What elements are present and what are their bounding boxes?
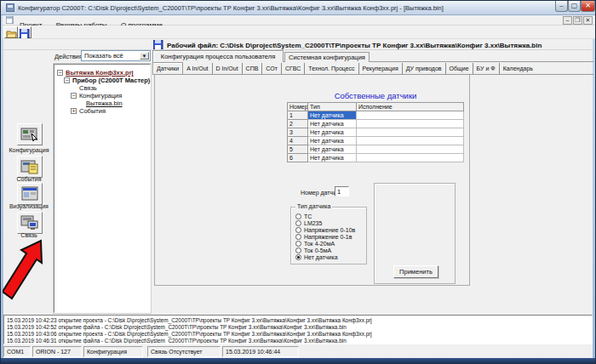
- radio-icon[interactable]: [295, 227, 301, 233]
- radio-icon[interactable]: [295, 213, 301, 219]
- mdi-document-icon: [6, 16, 14, 24]
- col-header-type[interactable]: Тип: [308, 103, 357, 111]
- sidebar-button-configuration[interactable]: [17, 123, 43, 145]
- radio-option-lm235[interactable]: LM235: [295, 220, 322, 227]
- actions-combobox[interactable]: Показать всё ▼: [81, 50, 151, 61]
- cell-type[interactable]: Нет датчика: [308, 145, 357, 154]
- cell-number[interactable]: 2: [288, 120, 308, 128]
- sidebar-button-link[interactable]: [17, 212, 43, 234]
- cell-execution[interactable]: [357, 154, 464, 162]
- tab-recuperation[interactable]: Рекуперация: [359, 63, 403, 74]
- cell-execution[interactable]: [357, 137, 464, 145]
- tree-expand-icon[interactable]: [64, 77, 70, 83]
- radio-option-no-sensor[interactable]: Нет датчика: [295, 254, 338, 261]
- log-line: 15.03.2019 10:46:31 открытие файла - C:\…: [7, 338, 589, 344]
- tab-a-in-out[interactable]: A In/Out: [183, 63, 212, 74]
- tab-user-process-configuration[interactable]: Конфигурация процесса пользователя: [152, 50, 284, 62]
- tab-common[interactable]: Общие: [446, 63, 473, 74]
- log-line: 15.03.2019 10:43:06 открытие проекта - C…: [7, 331, 589, 338]
- cell-type[interactable]: Нет датчика: [308, 128, 357, 137]
- log-line: 15.03.2019 10:42:52 открытие файла - C:\…: [7, 324, 589, 331]
- configuration-icon: [20, 127, 39, 142]
- radio-option-voltage-0-1v[interactable]: Напряжение 0-1в: [295, 234, 352, 241]
- mdi-restore-button[interactable]: ❐: [573, 16, 582, 25]
- tab-system-configuration[interactable]: Системная конфигурация: [284, 52, 370, 62]
- col-header-number[interactable]: Номер: [288, 103, 308, 111]
- tab-sensors[interactable]: Датчики: [152, 62, 183, 74]
- tree-expand-icon[interactable]: [71, 108, 77, 114]
- workfile-save-icon[interactable]: [153, 40, 163, 49]
- sensors-table[interactable]: Номер Тип Исполнение 1 Нет датчика 2 Нет…: [287, 102, 464, 162]
- red-arrow-annotation: [3, 236, 47, 304]
- tab-calendar[interactable]: Календарь: [500, 63, 536, 74]
- project-tree[interactable]: Вытяжка Конф3хх.prj Прибор (С2000Т Масте…: [54, 64, 151, 313]
- tree-item-link[interactable]: Связь: [79, 84, 97, 92]
- status-device-address: ORION - 127: [32, 346, 82, 357]
- table-row[interactable]: 2 Нет датчика: [288, 120, 464, 128]
- log-line: 15.03.2019 10:42:23 открытие проекта - C…: [7, 317, 589, 324]
- table-row[interactable]: 3 Нет датчика: [288, 128, 464, 137]
- tree-item-device[interactable]: Прибор (С2000Т Мастер): [72, 77, 150, 84]
- minimize-button[interactable]: ‒: [555, 1, 568, 12]
- col-header-execution[interactable]: Исполнение: [357, 103, 464, 111]
- app-window: Конфигуратор С2000Т: C:\Disk D\project\S…: [0, 0, 596, 364]
- radio-selected-icon[interactable]: [295, 254, 301, 260]
- tree-expand-icon[interactable]: [71, 93, 77, 99]
- tab-du-drives[interactable]: ДУ приводов: [403, 63, 446, 74]
- radio-icon[interactable]: [295, 220, 301, 226]
- tab-sot[interactable]: СОт: [262, 63, 282, 74]
- sensor-type-groupbox: Тип датчика ТС LM235 Напряжение 0-10в На…: [290, 207, 367, 264]
- sidebar-label-events: События: [3, 176, 55, 182]
- tab-d-in-out[interactable]: D In/Out: [213, 63, 243, 74]
- open-project-button[interactable]: [4, 26, 18, 38]
- chevron-down-icon[interactable]: ▼: [140, 52, 149, 60]
- radio-option-current-0-5ma[interactable]: Ток 0-5мА: [295, 247, 331, 254]
- cell-type-selected[interactable]: Нет датчика: [308, 111, 357, 120]
- radio-option-current-4-20ma[interactable]: Ток 4-20мА: [295, 241, 335, 247]
- cell-execution[interactable]: [357, 111, 464, 120]
- radio-icon[interactable]: [295, 241, 301, 247]
- cell-type[interactable]: Нет датчика: [308, 120, 357, 128]
- title-bar[interactable]: Конфигуратор С2000Т: C:\Disk D\project\S…: [1, 1, 596, 15]
- cell-execution[interactable]: [357, 120, 464, 128]
- radio-option-tc[interactable]: ТС: [295, 213, 312, 220]
- mdi-close-button[interactable]: ✕: [583, 16, 593, 25]
- sensor-number-input[interactable]: [335, 186, 349, 196]
- table-row[interactable]: 1 Нет датчика: [288, 111, 464, 120]
- cell-number[interactable]: 6: [288, 154, 308, 162]
- table-row[interactable]: 5 Нет датчика: [288, 145, 464, 154]
- tab-sgvs[interactable]: СГВС: [282, 63, 305, 74]
- radio-icon[interactable]: [295, 247, 301, 253]
- event-log[interactable]: 15.03.2019 10:42:23 открытие проекта - C…: [3, 315, 593, 344]
- table-row[interactable]: 4 Нет датчика: [288, 137, 464, 145]
- close-button[interactable]: ✕: [581, 1, 595, 12]
- tree-item-configuration[interactable]: Конфигурация: [79, 92, 122, 100]
- maximize-icon: ▢: [569, 1, 580, 10]
- cell-type[interactable]: Нет датчика: [308, 154, 357, 162]
- tree-item-events[interactable]: События: [79, 107, 106, 115]
- cell-execution[interactable]: [357, 145, 464, 154]
- tree-expand-icon[interactable]: [57, 70, 63, 76]
- cell-type[interactable]: Нет датчика: [308, 137, 357, 145]
- maximize-button[interactable]: ▢: [568, 1, 581, 12]
- sidebar-label-visualization: Визуализация: [3, 203, 55, 209]
- radio-option-voltage-0-10v[interactable]: Напряжение 0-10в: [295, 227, 355, 234]
- sidebar-button-events[interactable]: [17, 156, 43, 178]
- table-row[interactable]: 6 Нет датчика: [288, 154, 464, 162]
- cell-number[interactable]: 5: [288, 145, 308, 154]
- toolbar: [3, 26, 595, 39]
- radio-icon[interactable]: [295, 234, 301, 240]
- cell-number[interactable]: 4: [288, 137, 308, 145]
- apply-button[interactable]: Применить: [393, 265, 438, 278]
- tree-item-project[interactable]: Вытяжка Конф3хх.prj: [66, 69, 134, 77]
- cell-execution[interactable]: [357, 128, 464, 137]
- tree-item-bin-file[interactable]: Вытяжка.bin: [86, 100, 123, 107]
- cell-number[interactable]: 1: [288, 111, 308, 120]
- tab-spv[interactable]: СПВ: [243, 63, 263, 74]
- save-button[interactable]: [18, 26, 32, 38]
- tab-tech-process[interactable]: Технол. Процесс: [305, 63, 358, 74]
- sidebar-button-visualization[interactable]: [17, 183, 43, 205]
- cell-number[interactable]: 3: [288, 128, 308, 137]
- mdi-minimize-button[interactable]: ‒: [563, 16, 572, 25]
- tab-bu-and-f[interactable]: БУ и Ф: [473, 63, 500, 74]
